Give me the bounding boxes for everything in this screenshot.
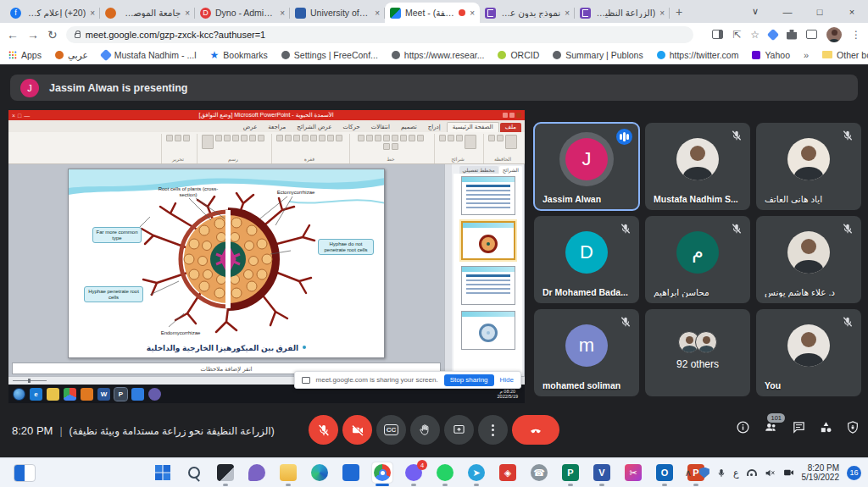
explorer-folder-icon[interactable] — [47, 388, 59, 401]
tab-dyno-admin[interactable]: D Dyno - Admin Pa... × — [195, 3, 290, 23]
zoom-slider[interactable] — [13, 380, 47, 381]
tab-close-icon[interactable]: × — [90, 8, 95, 18]
bookmark-publons[interactable]: Summary | Publons — [553, 50, 643, 60]
extensions-puzzle-icon[interactable] — [787, 30, 797, 40]
teams-chat-icon[interactable] — [247, 462, 267, 483]
window-close-button[interactable]: × — [836, 7, 868, 17]
window-maximize-button[interactable]: □ — [804, 7, 836, 17]
tab-close-icon[interactable]: × — [659, 8, 665, 18]
media-player-icon[interactable] — [81, 388, 93, 401]
raise-hand-button[interactable] — [410, 415, 440, 445]
tab-university[interactable]: University of Mo... × — [290, 3, 385, 23]
host-controls-shield-icon[interactable] — [846, 420, 860, 438]
bookmark-apps[interactable]: Apps — [8, 50, 42, 60]
stop-sharing-button[interactable]: Stop sharing — [444, 374, 494, 386]
volume-muted-icon[interactable] — [765, 468, 776, 478]
profile-avatar[interactable] — [826, 27, 842, 42]
bookmark-arabic[interactable]: عربي — [55, 50, 88, 60]
microsoft-store-icon[interactable] — [341, 462, 361, 483]
telegram-icon[interactable]: ➤ — [466, 462, 487, 483]
participant-tile-mohamed-soliman[interactable]: m mohamed soliman — [534, 309, 639, 396]
participant-tile-you[interactable]: You — [756, 309, 861, 396]
whatsapp-icon[interactable] — [435, 462, 455, 483]
ribbon-tab-design[interactable]: تصميم — [396, 123, 422, 132]
tab-meet-active[interactable]: Meet - (نظيفة... × — [385, 3, 480, 23]
mic-off-button[interactable] — [309, 415, 338, 445]
present-screen-button[interactable] — [444, 415, 474, 445]
tray-chevron-up-icon[interactable]: ∧ — [685, 468, 692, 479]
bookmarks-overflow-icon[interactable]: » — [804, 50, 809, 60]
url-text[interactable]: meet.google.com/gzp-zxck-kcc?authuser=1 — [86, 30, 265, 40]
tab-close-icon[interactable]: × — [470, 8, 475, 18]
ribbon-tab-home[interactable]: الصفحة الرئيسية — [447, 122, 499, 132]
activities-icon[interactable] — [819, 420, 833, 438]
participant-tile-alaa[interactable]: د. علاء هاشم يونس — [756, 216, 861, 303]
tab-close-icon[interactable]: × — [280, 8, 285, 18]
chrome-icon[interactable] — [64, 388, 76, 401]
tab-search-chevron-icon[interactable]: ∨ — [739, 6, 771, 17]
visio-icon[interactable]: V — [592, 462, 612, 483]
wifi-icon[interactable] — [747, 469, 757, 476]
bookmark-yahoo[interactable]: Yahoo — [752, 50, 790, 60]
captions-button[interactable]: CC — [376, 415, 406, 445]
browser-menu-kebab-icon[interactable]: ⋮ — [851, 29, 861, 41]
internet-explorer-icon[interactable]: e — [30, 388, 42, 401]
bookmark-twitter[interactable]: https://twitter.com — [657, 50, 739, 60]
tray-microphone-icon[interactable] — [717, 468, 726, 479]
new-tab-button[interactable]: + — [670, 3, 688, 21]
ribbon-tab-review[interactable]: مراجعة — [263, 123, 291, 132]
bookmark-bookmarks[interactable]: ★ Bookmarks — [210, 50, 268, 60]
hide-notice-button[interactable]: Hide — [500, 376, 514, 384]
bookmark-star-icon[interactable]: ☆ — [750, 29, 760, 41]
word-icon[interactable]: W — [97, 388, 110, 401]
address-bar[interactable]: meet.google.com/gzp-zxck-kcc?authuser=1 — [66, 26, 693, 43]
tab-close-icon[interactable]: × — [565, 8, 570, 18]
shared-screen-presentation[interactable]: ×□— الأسمدة الحيوية - Microsoft PowerPoi… — [8, 110, 525, 403]
viber-icon[interactable]: 4 — [403, 462, 424, 483]
start-button[interactable] — [153, 462, 173, 483]
slide-thumbnail[interactable] — [461, 311, 515, 350]
participant-tile-mahasin[interactable]: م محاسن ابراهيم — [645, 216, 750, 303]
participants-panel-icon[interactable]: 101 — [763, 420, 779, 438]
meeting-details-info-icon[interactable] — [736, 420, 750, 438]
reload-icon[interactable]: ↻ — [47, 28, 58, 42]
slide-thumbnail[interactable] — [461, 266, 515, 305]
publisher-icon[interactable]: P — [560, 462, 581, 483]
participant-tile-mohamed-bada[interactable]: D محاسن ابراهيم Dr Mohamed Bada... — [534, 216, 639, 303]
messenger-icon[interactable] — [131, 388, 144, 401]
camera-in-use-icon[interactable] — [783, 468, 794, 477]
bookmark-freeconf-settings[interactable]: Settings | FreeConf... — [281, 50, 378, 60]
participant-tile-others[interactable]: 92 others — [645, 309, 750, 396]
edge-icon[interactable] — [309, 462, 330, 483]
taskbar-clock[interactable]: 8:20 PM 5/19/2022 — [802, 463, 840, 483]
widgets-icon[interactable] — [14, 464, 36, 482]
chrome-icon[interactable] — [372, 462, 392, 483]
file-explorer-icon[interactable] — [278, 462, 298, 483]
side-panel-icon[interactable] — [806, 30, 817, 39]
taskbar-search-icon[interactable] — [184, 462, 204, 483]
bookmark-researchgate[interactable]: https://www.resear... — [392, 50, 485, 60]
camera-off-button[interactable] — [342, 415, 372, 445]
notification-count-badge[interactable]: 16 — [847, 466, 861, 480]
participant-tile-jassim[interactable]: J Jassim Alwan — [534, 123, 639, 210]
share-page-icon[interactable]: ⇱ — [732, 29, 741, 41]
forward-icon[interactable]: → — [27, 28, 39, 42]
panel-tab-slides[interactable]: الشرائح — [499, 166, 522, 174]
leave-call-button[interactable] — [512, 415, 559, 445]
powerpoint-icon[interactable]: P — [114, 388, 127, 401]
panel-tab-outline[interactable]: مخطط تفصيلي — [459, 166, 498, 174]
bookmark-orcid[interactable]: ORCID — [498, 50, 539, 60]
window-minimize-button[interactable]: — — [771, 7, 804, 17]
photos-app-icon[interactable]: ◈ — [498, 462, 518, 483]
ribbon-tab-animations[interactable]: حركات — [337, 123, 364, 132]
language-indicator[interactable]: ع — [733, 468, 739, 479]
back-icon[interactable]: ← — [7, 28, 19, 42]
slide-scrollbar[interactable] — [444, 164, 452, 376]
snipping-tool-icon[interactable]: ✂ — [623, 462, 643, 483]
extension-diamond-icon[interactable] — [767, 28, 779, 40]
participant-tile-eyad[interactable]: اياد هاني العاتف — [756, 123, 861, 210]
win7-start-orb[interactable] — [13, 388, 25, 401]
other-bookmarks-button[interactable]: Other bookmarks — [822, 50, 868, 60]
tab-google-form-agriculture[interactable]: (الزراعة النظيفة نـ... × — [575, 3, 670, 23]
tab-mosul-university[interactable]: جامعة الموصل - ا... × — [100, 3, 195, 23]
